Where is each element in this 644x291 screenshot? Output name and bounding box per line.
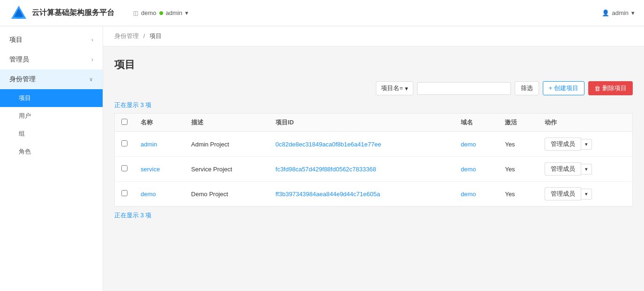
row-description-service: Service Project (185, 157, 269, 182)
project-icon: ◫ (133, 10, 138, 16)
row-name-link-demo[interactable]: demo (141, 191, 156, 198)
row-domain-link-demo[interactable]: demo (461, 191, 476, 198)
sidebar-label-projects: 项目 (9, 36, 22, 44)
row-project-id-admin: 0c82de8ec31849aca0f8b1e6a41e77ee (269, 132, 454, 157)
sidebar-item-projects[interactable]: 项目 › (0, 30, 103, 50)
table-row: service Service Project fc3fd98ca57d429f… (115, 157, 633, 182)
action-dropdown-admin[interactable]: ▾ (581, 139, 592, 150)
row-description-demo: Demo Project (185, 182, 269, 207)
action-group-demo: 管理成员 ▾ (545, 187, 626, 200)
row-project-id-service: fc3fd98ca57d429f88fd0562c7833368 (269, 157, 454, 182)
breadcrumb-separator: / (143, 32, 145, 39)
header: 云计算基础架构服务平台 ◫ demo admin ▾ 👤 admin ▾ (0, 0, 644, 26)
row-description-admin: Admin Project (185, 132, 269, 157)
user-label: admin (612, 9, 629, 16)
action-dropdown-demo[interactable]: ▾ (581, 189, 592, 199)
row-checkbox-admin[interactable] (121, 140, 127, 146)
row-project-id-demo: ff3b397343984aea844e9d44c71e605a (269, 182, 454, 207)
row-active-service: Yes (498, 157, 538, 182)
online-indicator (159, 11, 163, 15)
row-checkbox-demo[interactable] (121, 190, 127, 196)
action-btn-service[interactable]: 管理成员 (545, 162, 581, 176)
user-menu[interactable]: 👤 admin ▾ (602, 9, 635, 16)
row-name-service: service (134, 157, 185, 182)
header-project-id: 项目ID (269, 114, 454, 132)
header-checkbox-cell (115, 114, 135, 132)
chevron-right-icon: › (91, 37, 93, 43)
sidebar-label-admins: 管理员 (9, 55, 29, 64)
svg-rect-2 (16, 17, 21, 19)
row-name-link-admin[interactable]: admin (141, 141, 157, 148)
sidebar-sub-label-project: 项目 (19, 94, 31, 101)
page-title: 项目 (114, 58, 633, 72)
sidebar: 项目 › 管理员 › 身份管理 ∨ 项目 用户 组 角色 (0, 26, 103, 291)
logo: 云计算基础架构服务平台 (9, 4, 114, 23)
row-id-link-service[interactable]: fc3fd98ca57d429f88fd0562c7833368 (276, 166, 376, 173)
sidebar-item-identity[interactable]: 身份管理 ∨ (0, 69, 103, 89)
delete-label: 删除项目 (602, 84, 627, 92)
row-checkbox-service[interactable] (121, 165, 127, 171)
sidebar-sub-label-groups: 组 (19, 130, 25, 137)
project-label: demo (141, 9, 157, 16)
row-action-service: 管理成员 ▾ (538, 157, 633, 182)
select-all-checkbox[interactable] (121, 119, 127, 125)
sidebar-label-identity: 身份管理 (9, 75, 36, 84)
count-text-top: 正在显示 3 项 (114, 101, 633, 109)
logo-icon (9, 4, 28, 23)
filter-dropdown-icon: ▾ (405, 85, 408, 92)
action-group-admin: 管理成员 ▾ (545, 138, 626, 151)
table-row: demo Demo Project ff3b397343984aea844e9d… (115, 182, 633, 207)
create-project-button[interactable]: + 创建项目 (543, 81, 584, 95)
sidebar-sub-item-project[interactable]: 项目 (0, 89, 103, 107)
row-name-admin: admin (134, 132, 185, 157)
sidebar-sub-item-roles[interactable]: 角色 (0, 143, 103, 161)
chevron-down-icon: ∨ (89, 76, 93, 83)
table-header-row: 名称 描述 项目ID 域名 激活 动作 (115, 114, 633, 132)
row-name-link-service[interactable]: service (141, 166, 160, 173)
projects-table: 名称 描述 项目ID 域名 激活 动作 admin Admin Project … (114, 113, 633, 207)
project-selector[interactable]: ◫ demo admin ▾ (133, 9, 188, 16)
header-active: 激活 (498, 114, 538, 132)
row-action-admin: 管理成员 ▾ (538, 132, 633, 157)
breadcrumb-parent: 身份管理 (114, 32, 139, 39)
filter-field-select[interactable]: 项目名= ▾ (376, 81, 413, 95)
row-domain-link-service[interactable]: demo (461, 166, 476, 173)
row-checkbox-cell (115, 157, 135, 182)
filter-input[interactable] (417, 82, 511, 95)
row-active-demo: Yes (498, 182, 538, 207)
row-domain-demo: demo (454, 182, 498, 207)
action-btn-admin[interactable]: 管理成员 (545, 138, 581, 151)
logo-text: 云计算基础架构服务平台 (32, 8, 114, 18)
filter-field-label: 项目名= (381, 84, 403, 92)
content-area: 项目 项目名= ▾ 筛选 + 创建项目 🗑 删除项目 正在显示 3 项 (103, 46, 644, 235)
action-dropdown-service[interactable]: ▾ (581, 164, 592, 175)
row-name-demo: demo (134, 182, 185, 207)
header-domain: 域名 (454, 114, 498, 132)
sidebar-item-admins[interactable]: 管理员 › (0, 50, 103, 69)
sidebar-sub-item-groups[interactable]: 组 (0, 125, 103, 143)
row-id-link-admin[interactable]: 0c82de8ec31849aca0f8b1e6a41e77ee (276, 141, 382, 148)
count-text-bottom: 正在显示 3 项 (114, 211, 633, 220)
user-dropdown-icon: ▾ (631, 9, 635, 16)
table-row: admin Admin Project 0c82de8ec31849aca0f8… (115, 132, 633, 157)
action-btn-demo[interactable]: 管理成员 (545, 187, 581, 200)
row-active-admin: Yes (498, 132, 538, 157)
header-action: 动作 (538, 114, 633, 132)
filter-button[interactable]: 筛选 (515, 81, 539, 95)
project-label2: admin (166, 9, 182, 16)
breadcrumb: 身份管理 / 项目 (103, 26, 644, 46)
row-domain-link-admin[interactable]: demo (461, 141, 476, 148)
row-checkbox-cell (115, 132, 135, 157)
row-action-demo: 管理成员 ▾ (538, 182, 633, 207)
toolbar: 项目名= ▾ 筛选 + 创建项目 🗑 删除项目 (114, 81, 633, 95)
sidebar-sub-item-users[interactable]: 用户 (0, 107, 103, 125)
main-content: 身份管理 / 项目 项目 项目名= ▾ 筛选 + 创建项目 🗑 删除项目 (103, 26, 644, 291)
delete-icon: 🗑 (594, 85, 600, 92)
header-name: 名称 (134, 114, 185, 132)
action-group-service: 管理成员 ▾ (545, 162, 626, 176)
row-id-link-demo[interactable]: ff3b397343984aea844e9d44c71e605a (276, 191, 380, 198)
user-icon: 👤 (602, 9, 609, 16)
sidebar-sub-label-roles: 角色 (19, 148, 31, 155)
header-description: 描述 (185, 114, 269, 132)
delete-project-button[interactable]: 🗑 删除项目 (588, 81, 633, 95)
